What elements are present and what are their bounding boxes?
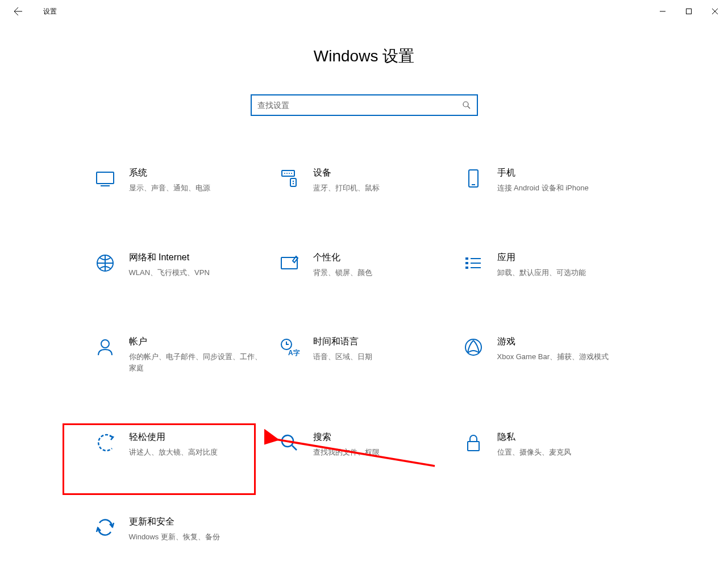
tile-title: 帐户 xyxy=(129,336,267,348)
svg-rect-3 xyxy=(282,170,294,176)
tile-system[interactable]: 系统 显示、声音、通知、电源 xyxy=(89,161,271,199)
svg-rect-8 xyxy=(290,178,296,186)
close-button[interactable] xyxy=(702,2,728,20)
tile-subtitle: 你的帐户、电子邮件、同步设置、工作、家庭 xyxy=(129,351,267,373)
tile-network[interactable]: 网络和 Internet WLAN、飞行模式、VPN xyxy=(89,246,271,284)
tile-subtitle: 显示、声音、通知、电源 xyxy=(129,182,267,194)
tile-title: 系统 xyxy=(129,167,267,179)
phone-icon xyxy=(462,167,485,190)
tile-title: 隐私 xyxy=(497,431,635,443)
tile-privacy[interactable]: 隐私 位置、摄像头、麦克风 xyxy=(457,426,639,464)
window-controls xyxy=(650,2,728,20)
maximize-icon xyxy=(686,9,692,14)
tile-devices[interactable]: 设备 蓝牙、打印机、鼠标 xyxy=(273,161,455,199)
arrow-left-icon xyxy=(14,7,23,16)
tile-subtitle: 语音、区域、日期 xyxy=(313,351,451,363)
tile-subtitle: 背景、锁屏、颜色 xyxy=(313,267,451,278)
system-icon xyxy=(94,167,117,190)
svg-rect-14 xyxy=(281,257,297,269)
tile-title: 网络和 Internet xyxy=(129,252,267,264)
titlebar: 设置 xyxy=(0,0,728,23)
tile-subtitle: 位置、摄像头、麦克风 xyxy=(497,447,635,458)
svg-rect-0 xyxy=(687,9,692,14)
tile-gaming[interactable]: 游戏 Xbox Game Bar、捕获、游戏模式 xyxy=(457,330,639,379)
tile-search[interactable]: 搜索 查找我的文件、权限 xyxy=(273,426,455,464)
svg-point-6 xyxy=(289,173,290,174)
svg-point-4 xyxy=(284,173,285,174)
search-box[interactable] xyxy=(251,94,478,116)
svg-rect-2 xyxy=(97,172,114,184)
tile-title: 更新和安全 xyxy=(129,516,267,528)
tile-subtitle: Windows 更新、恢复、备份 xyxy=(129,531,267,543)
page-title: Windows 设置 xyxy=(0,45,728,67)
update-icon xyxy=(94,516,117,539)
lock-icon xyxy=(462,431,485,454)
minimize-icon xyxy=(660,9,665,14)
svg-rect-12 xyxy=(472,184,475,185)
search-container xyxy=(0,94,728,116)
back-button[interactable] xyxy=(9,2,27,20)
svg-rect-17 xyxy=(465,267,468,269)
svg-rect-19 xyxy=(471,263,481,264)
svg-point-25 xyxy=(282,435,293,447)
tile-title: 个性化 xyxy=(313,252,451,264)
person-icon xyxy=(94,336,117,359)
tile-title: 轻松使用 xyxy=(129,431,267,443)
tile-subtitle: Xbox Game Bar、捕获、游戏模式 xyxy=(497,351,635,363)
svg-rect-16 xyxy=(465,262,468,264)
svg-rect-20 xyxy=(471,267,481,268)
maximize-button[interactable] xyxy=(676,2,702,20)
tile-subtitle: 连接 Android 设备和 iPhone xyxy=(497,182,635,194)
svg-point-5 xyxy=(286,173,288,174)
tile-personalization[interactable]: 个性化 背景、锁屏、颜色 xyxy=(273,246,455,284)
svg-rect-18 xyxy=(471,258,481,259)
time-language-icon: A字 xyxy=(278,336,301,359)
tile-title: 设备 xyxy=(313,167,451,179)
tile-title: 时间和语言 xyxy=(313,336,451,348)
tile-apps[interactable]: 应用 卸载、默认应用、可选功能 xyxy=(457,246,639,284)
svg-rect-15 xyxy=(465,257,468,260)
svg-text:A字: A字 xyxy=(288,349,299,357)
window-title: 设置 xyxy=(43,7,57,16)
tile-ease-of-access[interactable]: 轻松使用 讲述人、放大镜、高对比度 xyxy=(89,426,271,464)
svg-point-1 xyxy=(463,102,468,107)
tile-update-security[interactable]: 更新和安全 Windows 更新、恢复、备份 xyxy=(89,510,271,548)
tile-accounts[interactable]: 帐户 你的帐户、电子邮件、同步设置、工作、家庭 xyxy=(89,330,271,379)
apps-icon xyxy=(462,252,485,274)
ease-of-access-icon xyxy=(94,431,117,454)
devices-icon xyxy=(278,167,301,190)
search-tile-icon xyxy=(278,431,301,454)
svg-point-21 xyxy=(101,340,109,348)
tile-subtitle: WLAN、飞行模式、VPN xyxy=(129,267,267,278)
tile-title: 游戏 xyxy=(497,336,635,348)
personalization-icon xyxy=(278,252,301,274)
svg-rect-26 xyxy=(468,442,479,451)
tile-time-language[interactable]: A字 时间和语言 语音、区域、日期 xyxy=(273,330,455,379)
svg-point-9 xyxy=(292,181,293,182)
tile-subtitle: 查找我的文件、权限 xyxy=(313,447,451,458)
tile-subtitle: 卸载、默认应用、可选功能 xyxy=(497,267,635,278)
globe-icon xyxy=(94,252,117,274)
tile-title: 应用 xyxy=(497,252,635,264)
tile-subtitle: 蓝牙、打印机、鼠标 xyxy=(313,182,451,194)
tile-title: 搜索 xyxy=(313,431,451,443)
gaming-icon xyxy=(462,336,485,359)
settings-grid: 系统 显示、声音、通知、电源 设备 蓝牙、打印机、鼠标 手机 连接 Androi… xyxy=(89,161,639,548)
tile-phone[interactable]: 手机 连接 Android 设备和 iPhone xyxy=(457,161,639,199)
minimize-button[interactable] xyxy=(650,2,676,20)
tile-subtitle: 讲述人、放大镜、高对比度 xyxy=(129,447,267,458)
svg-point-10 xyxy=(292,183,293,184)
search-icon xyxy=(462,101,471,110)
close-icon xyxy=(712,9,718,14)
tile-title: 手机 xyxy=(497,167,635,179)
svg-point-7 xyxy=(291,173,292,174)
search-input[interactable] xyxy=(257,101,462,110)
